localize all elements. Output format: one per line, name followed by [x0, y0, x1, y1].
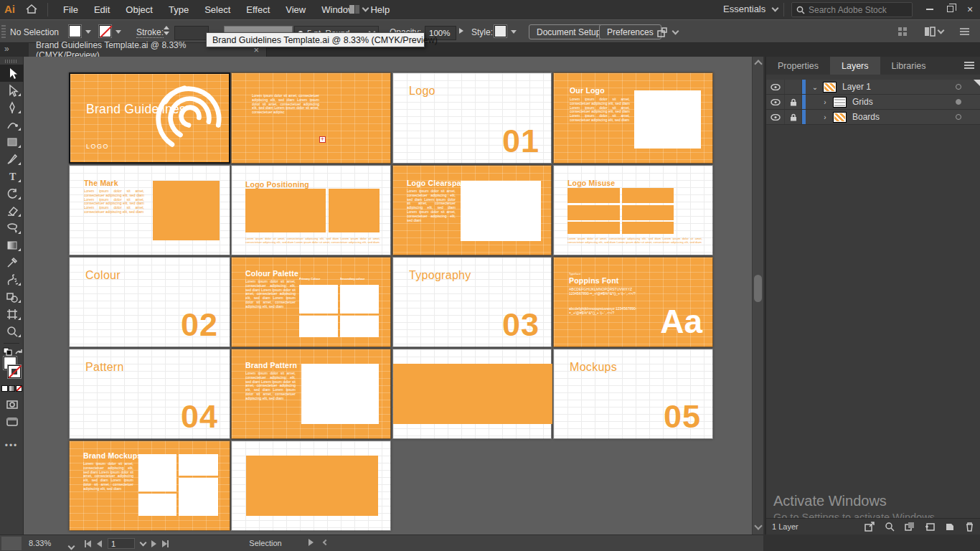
lock-icon[interactable] — [785, 110, 802, 124]
panel-dock-icon[interactable] — [924, 27, 943, 37]
workspace-switcher[interactable]: Essentials — [723, 4, 778, 14]
menu-type[interactable]: Type — [169, 4, 189, 15]
visibility-eye-icon[interactable] — [766, 80, 785, 94]
artboard-section-typography[interactable]: Typography 03 — [392, 257, 552, 347]
artboard-brand-mockups[interactable]: Brand Mockups Lorem ipsum dolor sit amet… — [69, 441, 230, 531]
style-chevron-icon[interactable] — [511, 30, 517, 34]
layer-thumbnail[interactable] — [833, 112, 847, 123]
artboard-mockup-rect[interactable] — [231, 441, 391, 531]
menu-object[interactable]: Object — [126, 4, 153, 15]
menu-view[interactable]: View — [286, 4, 306, 15]
expand-chevron-icon[interactable]: › — [819, 98, 831, 106]
expand-chevron-icon[interactable]: › — [819, 113, 831, 121]
layer-name[interactable]: Grids — [852, 97, 873, 107]
fill-color-swatch[interactable] — [69, 25, 81, 37]
layer-name[interactable]: Boards — [852, 112, 880, 122]
type-tool[interactable]: T — [0, 168, 24, 185]
expand-panels-icon[interactable]: » — [4, 44, 9, 54]
fill-chevron-icon[interactable] — [85, 30, 91, 34]
clipping-mask-icon[interactable] — [905, 522, 915, 532]
default-swatches-icon[interactable] — [0, 347, 24, 357]
eraser-tool[interactable] — [0, 202, 24, 220]
layer-row-grids[interactable]: › Grids — [766, 95, 980, 110]
symbol-sprayer-tool[interactable] — [0, 271, 24, 288]
artboard-tool[interactable] — [0, 306, 24, 323]
layer-thumbnail[interactable] — [833, 97, 847, 108]
eyedropper-tool[interactable] — [0, 254, 24, 271]
tab-properties[interactable]: Properties — [766, 57, 830, 75]
minimize-button[interactable] — [920, 0, 940, 18]
layer-row-layer1[interactable]: ⌄ Layer 1 — [766, 80, 980, 95]
artboard-section-colour[interactable]: Colour 02 — [69, 257, 230, 347]
visibility-eye-icon[interactable] — [766, 95, 785, 109]
stroke-swatch[interactable] — [8, 365, 21, 378]
arrange-documents-icon[interactable] — [349, 5, 368, 14]
layer-name[interactable]: Layer 1 — [842, 82, 871, 92]
stroke-label[interactable]: Stroke: — [136, 27, 164, 38]
last-artboard-button[interactable] — [162, 540, 169, 547]
scroll-left-icon[interactable] — [323, 540, 329, 545]
menu-file[interactable]: File — [63, 4, 78, 15]
edit-toolbar-icon[interactable]: ••• — [0, 441, 23, 451]
illustrator-logo[interactable]: Ai — [4, 3, 15, 15]
tab-layers[interactable]: Layers — [830, 57, 880, 75]
artboard-number-field[interactable] — [108, 538, 135, 549]
draw-mode-icon[interactable] — [0, 396, 24, 413]
artboard-chevron-icon[interactable] — [140, 539, 147, 546]
artboard-cover[interactable]: Brand Guidelines LOGO — [69, 72, 230, 164]
search-input[interactable] — [809, 5, 895, 15]
constrain-proportions-icon[interactable] — [656, 27, 678, 38]
scroll-down-icon[interactable] — [754, 522, 762, 529]
menu-help[interactable]: Help — [370, 4, 390, 15]
scroll-up-icon[interactable] — [754, 60, 762, 67]
menu-effect[interactable]: Effect — [246, 4, 270, 15]
stroke-weight-stepper[interactable] — [164, 26, 169, 35]
artboard-pattern-band[interactable] — [392, 349, 552, 439]
artboard-logo-misuse[interactable]: Logo Misuse Lorem ipsum dolor sit amet, … — [553, 165, 713, 255]
stroke-weight-field[interactable] — [174, 26, 209, 40]
panel-menu-icon[interactable] — [964, 62, 974, 69]
adobe-stock-search[interactable] — [791, 2, 913, 17]
shaper-tool[interactable] — [0, 220, 24, 237]
menu-edit[interactable]: Edit — [94, 4, 110, 15]
menu-list-icon[interactable] — [959, 27, 970, 36]
next-artboard-button[interactable] — [151, 540, 156, 547]
first-artboard-button[interactable] — [85, 540, 91, 547]
text-overflow-icon[interactable]: + — [319, 136, 326, 143]
artboard-section-mockups[interactable]: Mockups 05 — [553, 349, 713, 439]
layer-row-boards[interactable]: › Boards — [766, 110, 980, 125]
zoom-level[interactable]: 8.33% — [29, 539, 51, 547]
artboard-the-mark[interactable]: The Mark Lorem ipsum dolor sit amet, con… — [69, 165, 230, 255]
color-button[interactable] — [1, 385, 8, 392]
artboard-logo-clearspace[interactable]: Logo Clearspace Lorem ipsum dolor sit am… — [392, 165, 552, 255]
tab-libraries[interactable]: Libraries — [880, 57, 938, 75]
gradient-tool[interactable] — [0, 237, 24, 254]
status-readout[interactable]: Selection — [215, 539, 316, 547]
target-circle-icon[interactable] — [956, 114, 961, 120]
opacity-more-icon[interactable] — [459, 28, 463, 34]
curvature-tool[interactable] — [0, 116, 24, 133]
target-circle-icon[interactable] — [956, 84, 961, 90]
artboard-logo-positioning[interactable]: Logo Positioning Lorem ipsum dolor sit a… — [231, 165, 391, 255]
status-arrow-icon[interactable] — [308, 539, 314, 546]
toolbar-grip[interactable] — [5, 60, 18, 63]
previous-artboard-button[interactable] — [97, 540, 102, 547]
panel-grip[interactable] — [1, 25, 6, 38]
visibility-eye-icon[interactable] — [766, 110, 785, 124]
style-swatch[interactable] — [494, 25, 507, 37]
vertical-scrollbar[interactable] — [752, 57, 763, 534]
expand-chevron-icon[interactable]: ⌄ — [809, 83, 821, 91]
artboard-intro-text[interactable]: Lorem ipsum dolor sit amet, consectetuer… — [231, 72, 391, 164]
zoom-tool[interactable] — [0, 323, 24, 340]
artboard-our-logo[interactable]: Our Logo Lorem ipsum dolor sit amet, con… — [553, 72, 713, 164]
target-circle-icon[interactable] — [956, 99, 961, 105]
canvas[interactable]: Brand Guidelines LOGO Lorem ipsum dolor … — [24, 57, 763, 534]
direct-selection-tool[interactable] — [0, 82, 24, 99]
locate-object-icon[interactable] — [885, 522, 895, 532]
artboard-section-pattern[interactable]: Pattern 04 — [69, 349, 230, 439]
layer-thumbnail[interactable] — [823, 82, 837, 93]
restore-button[interactable] — [940, 0, 960, 18]
screen-mode-icon[interactable] — [0, 413, 24, 430]
new-sublayer-icon[interactable] — [925, 522, 935, 532]
lock-toggle[interactable] — [785, 80, 802, 94]
